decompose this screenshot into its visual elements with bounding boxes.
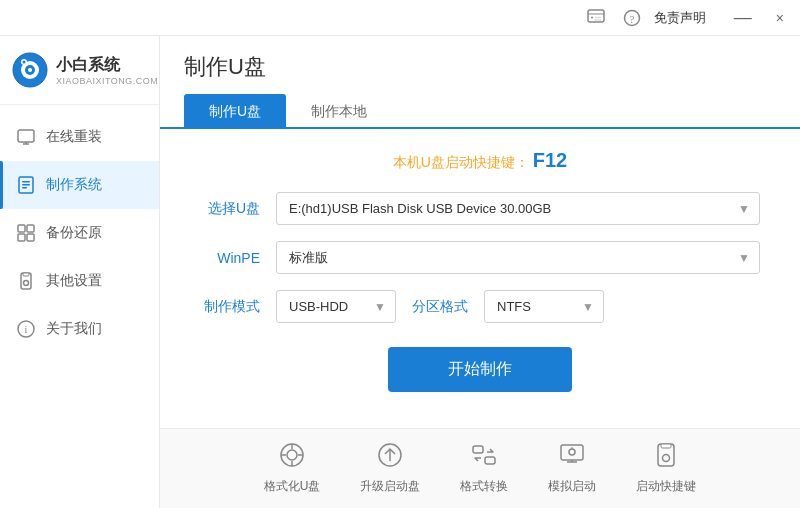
sidebar-nav: 在线重装 制作系统 [0,105,159,508]
upgrade-boot-label: 升级启动盘 [360,478,420,495]
start-button[interactable]: 开始制作 [388,347,572,392]
content-header: 制作U盘 制作U盘 制作本地 [160,36,800,129]
form-area: 本机U盘启动快捷键： F12 选择U盘 E:(hd1)USB Flash Dis… [160,129,800,428]
sidebar-label-online-reinstall: 在线重装 [46,128,102,146]
sidebar-label-backup-restore: 备份还原 [46,224,102,242]
format-convert-label: 格式转换 [460,478,508,495]
svg-rect-37 [485,457,495,464]
sidebar-item-backup-restore[interactable]: 备份还原 [0,209,159,257]
svg-text:?: ? [629,12,634,24]
svg-rect-23 [27,234,34,241]
svg-rect-19 [22,187,27,189]
mode-partition-row: 制作模式 USB-HDDUSB-ZIPUSB-FDD ▼ 分区格式 NTFSFA… [200,290,760,323]
backup-restore-icon [16,223,36,243]
help-icon[interactable]: ? [618,4,646,32]
sidebar-label-make-system: 制作系统 [46,176,102,194]
sidebar-label-about-us: 关于我们 [46,320,102,338]
svg-rect-43 [661,444,671,448]
svg-rect-21 [27,225,34,232]
svg-rect-36 [473,446,483,453]
svg-point-2 [591,16,593,18]
sidebar-item-make-system[interactable]: 制作系统 [0,161,159,209]
svg-rect-25 [23,273,29,276]
tool-simulate-boot[interactable]: 模拟启动 [548,442,596,495]
usb-select-row: 选择U盘 E:(hd1)USB Flash Disk USB Device 30… [200,192,760,225]
other-settings-icon [16,271,36,291]
title-bar: ? 免责声明 — × [0,0,800,36]
simulate-boot-icon [559,442,585,474]
usb-select[interactable]: E:(hd1)USB Flash Disk USB Device 30.00GB [276,192,760,225]
usb-select-wrapper: E:(hd1)USB Flash Disk USB Device 30.00GB… [276,192,760,225]
shortcut-hint-text: 本机U盘启动快捷键： [393,154,529,170]
online-reinstall-icon [16,127,36,147]
svg-rect-20 [18,225,25,232]
boot-shortcut-icon [653,442,679,474]
tool-format-usb[interactable]: 格式化U盘 [264,442,321,495]
svg-rect-17 [22,181,30,183]
partition-group: NTFSFAT32exFAT ▼ [484,290,604,323]
main-layout: 小白系统 XIAOBAIXITONG.COM 在线重装 [0,36,800,508]
tool-format-convert[interactable]: 格式转换 [460,442,508,495]
svg-text:i: i [25,324,28,335]
partition-label: 分区格式 [412,298,468,316]
bottom-toolbar: 格式化U盘 升级启动盘 [160,428,800,508]
upgrade-boot-icon [377,442,403,474]
sidebar-item-about-us[interactable]: i 关于我们 [0,305,159,353]
svg-rect-22 [18,234,25,241]
mode-select[interactable]: USB-HDDUSB-ZIPUSB-FDD [276,290,396,323]
format-usb-label: 格式化U盘 [264,478,321,495]
svg-rect-18 [22,184,30,186]
winpe-label: WinPE [200,250,260,266]
logo-domain: XIAOBAIXITONG.COM [56,76,158,86]
content-area: 制作U盘 制作U盘 制作本地 本机U盘启动快捷键： F12 选择U盘 E:(hd… [160,36,800,508]
usb-label: 选择U盘 [200,200,260,218]
winpe-select-wrapper: 标准版高级版 ▼ [276,241,760,274]
sidebar: 小白系统 XIAOBAIXITONG.COM 在线重装 [0,36,160,508]
mode-group: USB-HDDUSB-ZIPUSB-FDD ▼ [276,290,396,323]
mode-label: 制作模式 [200,298,260,316]
make-system-icon [16,175,36,195]
tab-make-usb[interactable]: 制作U盘 [184,94,286,129]
boot-shortcut-label: 启动快捷键 [636,478,696,495]
logo-icon [12,52,48,88]
format-usb-icon [279,442,305,474]
logo-text: 小白系统 XIAOBAIXITONG.COM [56,55,158,86]
svg-point-44 [663,455,670,462]
partition-select[interactable]: NTFSFAT32exFAT [484,290,604,323]
close-button[interactable]: × [768,6,792,30]
sidebar-label-other-settings: 其他设置 [46,272,102,290]
logo-area: 小白系统 XIAOBAIXITONG.COM [0,36,159,105]
tab-make-local[interactable]: 制作本地 [286,94,392,129]
format-convert-icon [471,442,497,474]
shortcut-key: F12 [533,149,567,171]
logo-name: 小白系统 [56,55,158,76]
svg-point-10 [28,68,32,72]
shortcut-hint: 本机U盘启动快捷键： F12 [200,149,760,172]
minimize-button[interactable]: — [726,3,760,32]
page-title: 制作U盘 [184,52,776,82]
svg-point-12 [23,61,26,64]
svg-point-41 [569,449,575,455]
svg-rect-13 [18,130,34,142]
free-label[interactable]: 免责声明 [654,9,706,27]
winpe-select-row: WinPE 标准版高级版 ▼ [200,241,760,274]
sidebar-item-other-settings[interactable]: 其他设置 [0,257,159,305]
title-bar-icons: ? 免责声明 — × [582,3,792,32]
tabs: 制作U盘 制作本地 [184,94,776,127]
user-icon[interactable] [582,4,610,32]
svg-point-26 [24,281,29,286]
simulate-boot-label: 模拟启动 [548,478,596,495]
svg-point-30 [287,450,297,460]
about-us-icon: i [16,319,36,339]
tool-upgrade-boot[interactable]: 升级启动盘 [360,442,420,495]
sidebar-item-online-reinstall[interactable]: 在线重装 [0,113,159,161]
tool-boot-shortcut[interactable]: 启动快捷键 [636,442,696,495]
winpe-select[interactable]: 标准版高级版 [276,241,760,274]
